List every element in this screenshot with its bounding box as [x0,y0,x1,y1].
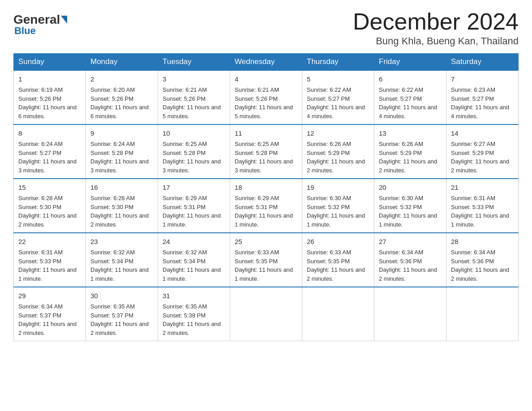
calendar-cell [230,287,302,341]
calendar-cell: 10 Sunrise: 6:25 AMSunset: 5:28 PMDaylig… [158,124,230,179]
calendar-cell: 27 Sunrise: 6:34 AMSunset: 5:36 PMDaylig… [374,233,446,287]
day-info: Sunrise: 6:33 AMSunset: 5:35 PMDaylight:… [235,249,293,282]
day-number: 22 [18,237,81,247]
day-number: 28 [451,237,514,247]
day-info: Sunrise: 6:22 AMSunset: 5:27 PMDaylight:… [379,86,437,120]
day-number: 26 [307,237,369,247]
day-number: 1 [18,74,81,84]
calendar-week-row: 1 Sunrise: 6:19 AMSunset: 5:26 PMDayligh… [14,70,519,124]
day-info: Sunrise: 6:29 AMSunset: 5:31 PMDaylight:… [235,195,293,228]
col-tuesday: Tuesday [158,54,230,71]
day-info: Sunrise: 6:32 AMSunset: 5:34 PMDaylight:… [90,249,149,282]
day-number: 7 [451,74,514,84]
calendar-cell: 25 Sunrise: 6:33 AMSunset: 5:35 PMDaylig… [230,233,302,287]
calendar-week-row: 8 Sunrise: 6:24 AMSunset: 5:27 PMDayligh… [14,124,519,179]
calendar-cell: 23 Sunrise: 6:32 AMSunset: 5:34 PMDaylig… [86,233,158,287]
day-info: Sunrise: 6:27 AMSunset: 5:29 PMDaylight:… [451,141,509,174]
calendar-cell: 30 Sunrise: 6:35 AMSunset: 5:37 PMDaylig… [86,287,158,341]
calendar-cell: 12 Sunrise: 6:26 AMSunset: 5:29 PMDaylig… [302,124,374,179]
calendar-cell: 11 Sunrise: 6:25 AMSunset: 5:28 PMDaylig… [230,124,302,179]
calendar-cell: 22 Sunrise: 6:31 AMSunset: 5:33 PMDaylig… [14,233,86,287]
calendar-cell: 1 Sunrise: 6:19 AMSunset: 5:26 PMDayligh… [14,70,86,124]
day-info: Sunrise: 6:28 AMSunset: 5:30 PMDaylight:… [18,195,77,228]
calendar-cell: 4 Sunrise: 6:21 AMSunset: 5:26 PMDayligh… [230,70,302,124]
calendar-cell: 31 Sunrise: 6:35 AMSunset: 5:38 PMDaylig… [158,287,230,341]
calendar-cell: 28 Sunrise: 6:34 AMSunset: 5:36 PMDaylig… [446,233,519,287]
day-number: 27 [379,237,442,247]
day-info: Sunrise: 6:33 AMSunset: 5:35 PMDaylight:… [307,249,365,282]
day-number: 18 [235,183,297,193]
day-info: Sunrise: 6:23 AMSunset: 5:27 PMDaylight:… [451,86,509,120]
calendar-cell: 20 Sunrise: 6:30 AMSunset: 5:32 PMDaylig… [374,179,446,233]
calendar-week-row: 29 Sunrise: 6:34 AMSunset: 5:37 PMDaylig… [14,287,519,341]
day-info: Sunrise: 6:25 AMSunset: 5:28 PMDaylight:… [235,141,293,174]
day-number: 17 [163,183,225,193]
day-number: 16 [90,183,153,193]
calendar-cell: 5 Sunrise: 6:22 AMSunset: 5:27 PMDayligh… [302,70,374,124]
day-info: Sunrise: 6:22 AMSunset: 5:27 PMDaylight:… [307,86,365,120]
day-number: 25 [235,237,297,247]
calendar-cell: 19 Sunrise: 6:30 AMSunset: 5:32 PMDaylig… [302,179,374,233]
day-info: Sunrise: 6:34 AMSunset: 5:36 PMDaylight:… [451,249,509,282]
col-saturday: Saturday [446,54,519,71]
day-number: 20 [379,183,442,193]
day-number: 31 [163,291,225,301]
logo-blue-text: Blue [14,25,36,37]
calendar-cell: 6 Sunrise: 6:22 AMSunset: 5:27 PMDayligh… [374,70,446,124]
day-info: Sunrise: 6:34 AMSunset: 5:36 PMDaylight:… [379,249,437,282]
day-info: Sunrise: 6:28 AMSunset: 5:30 PMDaylight:… [90,195,149,228]
calendar-cell: 21 Sunrise: 6:31 AMSunset: 5:33 PMDaylig… [446,179,519,233]
day-number: 8 [18,128,81,138]
calendar-table: Sunday Monday Tuesday Wednesday Thursday… [13,53,519,341]
page-header: General Blue December 2024 Bung Khla, Bu… [13,9,519,47]
day-number: 30 [90,291,153,301]
calendar-week-row: 15 Sunrise: 6:28 AMSunset: 5:30 PMDaylig… [14,179,519,233]
day-number: 19 [307,183,369,193]
day-number: 6 [379,74,442,84]
day-info: Sunrise: 6:19 AMSunset: 5:26 PMDaylight:… [18,86,77,120]
day-number: 13 [379,128,442,138]
calendar-cell: 7 Sunrise: 6:23 AMSunset: 5:27 PMDayligh… [446,70,519,124]
calendar-cell [302,287,374,341]
day-info: Sunrise: 6:20 AMSunset: 5:26 PMDaylight:… [90,86,149,120]
logo: General Blue [13,13,68,37]
day-number: 14 [451,128,514,138]
calendar-cell: 24 Sunrise: 6:32 AMSunset: 5:34 PMDaylig… [158,233,230,287]
calendar-cell: 26 Sunrise: 6:33 AMSunset: 5:35 PMDaylig… [302,233,374,287]
day-info: Sunrise: 6:35 AMSunset: 5:37 PMDaylight:… [90,303,149,336]
day-info: Sunrise: 6:32 AMSunset: 5:34 PMDaylight:… [163,249,221,282]
logo-arrow-icon [61,16,67,24]
day-info: Sunrise: 6:34 AMSunset: 5:37 PMDaylight:… [18,303,77,336]
calendar-cell: 3 Sunrise: 6:21 AMSunset: 5:26 PMDayligh… [158,70,230,124]
month-title: December 2024 [353,9,519,34]
calendar-week-row: 22 Sunrise: 6:31 AMSunset: 5:33 PMDaylig… [14,233,519,287]
day-info: Sunrise: 6:26 AMSunset: 5:29 PMDaylight:… [307,141,365,174]
col-sunday: Sunday [14,54,86,71]
day-info: Sunrise: 6:24 AMSunset: 5:28 PMDaylight:… [90,141,149,174]
col-wednesday: Wednesday [230,54,302,71]
calendar-cell [446,287,519,341]
day-number: 12 [307,128,369,138]
calendar-cell [374,287,446,341]
day-number: 21 [451,183,514,193]
calendar-cell: 18 Sunrise: 6:29 AMSunset: 5:31 PMDaylig… [230,179,302,233]
day-number: 3 [163,74,225,84]
day-info: Sunrise: 6:31 AMSunset: 5:33 PMDaylight:… [18,249,77,282]
day-number: 24 [163,237,225,247]
day-info: Sunrise: 6:30 AMSunset: 5:32 PMDaylight:… [307,195,365,228]
day-number: 9 [90,128,153,138]
calendar-cell: 14 Sunrise: 6:27 AMSunset: 5:29 PMDaylig… [446,124,519,179]
day-info: Sunrise: 6:30 AMSunset: 5:32 PMDaylight:… [379,195,437,228]
col-friday: Friday [374,54,446,71]
day-info: Sunrise: 6:21 AMSunset: 5:26 PMDaylight:… [163,86,221,120]
location-title: Bung Khla, Bueng Kan, Thailand [353,35,519,47]
day-number: 23 [90,237,153,247]
calendar-cell: 8 Sunrise: 6:24 AMSunset: 5:27 PMDayligh… [14,124,86,179]
day-info: Sunrise: 6:26 AMSunset: 5:29 PMDaylight:… [379,141,437,174]
title-block: December 2024 Bung Khla, Bueng Kan, Thai… [353,9,519,47]
calendar-cell: 17 Sunrise: 6:29 AMSunset: 5:31 PMDaylig… [158,179,230,233]
calendar-cell: 16 Sunrise: 6:28 AMSunset: 5:30 PMDaylig… [86,179,158,233]
day-number: 29 [18,291,81,301]
calendar-cell: 29 Sunrise: 6:34 AMSunset: 5:37 PMDaylig… [14,287,86,341]
day-number: 2 [90,74,153,84]
